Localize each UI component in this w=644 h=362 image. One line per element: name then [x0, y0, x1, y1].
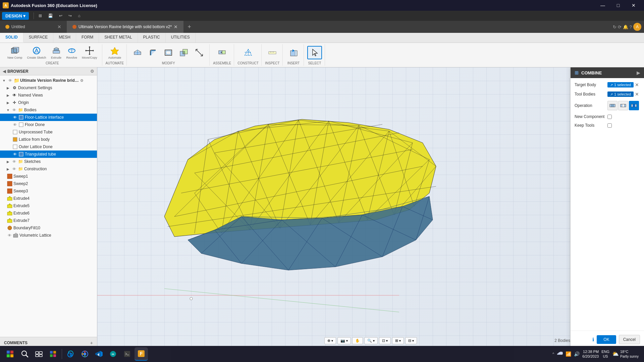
browser-item-extrude7[interactable]: Extrude7: [0, 217, 97, 224]
ribbon-tab-surface[interactable]: SURFACE: [23, 33, 54, 43]
minimize-button[interactable]: ―: [595, 0, 610, 11]
new-component-checkbox[interactable]: [607, 115, 612, 119]
design-button[interactable]: DESIGN ▾: [2, 12, 29, 20]
browser-settings-icon[interactable]: ⚙: [90, 69, 94, 74]
save-button[interactable]: 💾: [45, 12, 56, 19]
taskbar-terminal-button[interactable]: [120, 347, 134, 361]
tab-close-1[interactable]: ✕: [57, 24, 61, 29]
tab-untitled[interactable]: Untitled ✕: [0, 21, 67, 33]
taskbar-start-button[interactable]: [3, 347, 17, 361]
taskbar-fusion360-button[interactable]: F: [135, 347, 148, 361]
vlattice-visibility[interactable]: 👁: [7, 233, 12, 238]
ribbon-tab-plastic[interactable]: PLASTIC: [138, 33, 166, 43]
root-expand-icon[interactable]: ▼: [1, 78, 7, 83]
browser-item-doc-settings[interactable]: ▶ ⚙ Document Settings: [0, 84, 97, 92]
redo-button[interactable]: ↪: [66, 12, 74, 19]
browser-item-extrude5[interactable]: Extrude5: [0, 202, 97, 209]
modify-scale-button[interactable]: [192, 47, 207, 59]
modify-combine-button[interactable]: [176, 47, 191, 59]
browser-item-named-views[interactable]: ▶ 👁 Named Views: [0, 92, 97, 99]
viewport-orbit-mode[interactable]: ✋: [352, 337, 363, 344]
help-button[interactable]: ?: [630, 24, 632, 29]
comments-add-icon[interactable]: +: [90, 340, 93, 346]
taskbar-taskview-button[interactable]: [32, 347, 46, 361]
new-tab-button[interactable]: +: [183, 21, 195, 33]
floor-done-visibility[interactable]: 👁: [12, 122, 17, 127]
browser-item-extrude6[interactable]: Extrude6: [0, 209, 97, 217]
operation-intersect-button[interactable]: [629, 101, 639, 110]
modify-fillet-button[interactable]: [146, 47, 160, 59]
keep-tools-checkbox[interactable]: [607, 123, 612, 128]
sketches-visibility[interactable]: 👁: [11, 159, 17, 164]
sync-button[interactable]: ⟳: [618, 24, 622, 29]
browser-item-boundary-fill10[interactable]: BoundaryFill10: [0, 224, 97, 232]
select-button[interactable]: [307, 46, 322, 59]
ribbon-tab-sheet-metal[interactable]: SHEET METAL: [99, 33, 138, 43]
assemble-button[interactable]: [215, 47, 229, 59]
construction-expand[interactable]: ▶: [5, 166, 11, 172]
tray-volume-icon[interactable]: 🔊: [574, 351, 580, 357]
browser-item-sweep1[interactable]: Sweep1: [0, 173, 97, 180]
browser-item-unprocessed-tube[interactable]: Unprocessed Tube: [0, 128, 97, 136]
home-button[interactable]: ⌂: [75, 12, 83, 19]
bodies-visibility[interactable]: 👁: [11, 107, 17, 113]
create-revolve-button[interactable]: Revolve: [64, 45, 79, 61]
bodies-expand[interactable]: ▼: [5, 107, 11, 113]
browser-item-triangulated-tube[interactable]: 👁 Triangulated tube: [0, 150, 97, 158]
tool-bodies-clear-button[interactable]: ✕: [635, 92, 639, 97]
notification-button[interactable]: 🔔: [623, 24, 628, 29]
tray-onedrive-icon[interactable]: [557, 351, 563, 357]
root-visibility-icon[interactable]: 👁: [7, 78, 13, 83]
browser-item-sketches[interactable]: ▶ 👁 📁 Sketches: [0, 158, 97, 165]
combine-ok-button[interactable]: OK: [597, 335, 616, 344]
tray-network-icon[interactable]: 📶: [566, 351, 571, 357]
clock-display[interactable]: 12:38 PM 6/20/2023: [582, 349, 599, 359]
inspect-button[interactable]: [265, 47, 280, 59]
create-box-button[interactable]: New Comp: [5, 45, 24, 61]
browser-item-volumetric-lattice[interactable]: 👁 Volumetric Lattice: [0, 232, 97, 239]
user-avatar[interactable]: A: [633, 23, 641, 31]
browser-item-bodies[interactable]: ▼ 👁 📁 Bodies: [0, 106, 97, 114]
operation-cut-button[interactable]: [618, 101, 628, 110]
ribbon-tab-mesh[interactable]: MESH: [53, 33, 76, 43]
viewport[interactable]: LEFT ⊕▾ 📷▾ ✋ 🔍▾ ⊡▾: [97, 67, 644, 348]
taskbar-widgets-button[interactable]: [46, 347, 60, 361]
doc-settings-expand[interactable]: ▶: [5, 85, 11, 90]
ribbon-tab-utilities[interactable]: UTILITIES: [166, 33, 196, 43]
tab-close-2[interactable]: ✕: [174, 24, 178, 29]
tri-tube-visibility[interactable]: 👁: [12, 152, 17, 157]
viewport-display-mode[interactable]: ⊕▾: [324, 337, 336, 344]
browser-item-origin[interactable]: ▶ ✛ Origin: [0, 99, 97, 106]
taskbar-chrome-button[interactable]: [78, 347, 92, 361]
viewport-zoom-mode[interactable]: 🔍▾: [364, 337, 378, 344]
browser-item-extrude4[interactable]: Extrude4: [0, 195, 97, 202]
modify-press-pull-button[interactable]: [130, 47, 145, 59]
construct-button[interactable]: [241, 47, 256, 59]
floor-lattice-visibility[interactable]: 👁: [12, 115, 17, 120]
taskbar-search-button[interactable]: [18, 347, 32, 361]
create-sketch-button[interactable]: Create Sketch: [25, 45, 48, 61]
browser-item-outer-lattice-done[interactable]: Outer Lattice Done: [0, 143, 97, 150]
close-button[interactable]: ✕: [626, 0, 641, 11]
combine-panel-collapse-icon[interactable]: ▶: [637, 70, 640, 75]
create-move-button[interactable]: Move/Copy: [80, 45, 99, 61]
taskbar-vscode-button[interactable]: [92, 347, 106, 361]
viewport-camera-mode[interactable]: 📷▾: [337, 337, 351, 344]
browser-collapse-icon[interactable]: ◀: [3, 69, 6, 74]
root-options-icon[interactable]: ⚙: [80, 78, 84, 83]
named-views-expand[interactable]: ▶: [5, 93, 11, 98]
modify-shell-button[interactable]: [161, 47, 176, 59]
undo-button[interactable]: ↩: [56, 12, 65, 19]
weather-widget[interactable]: ⛅ 18°C Partly sunny: [612, 349, 639, 358]
target-body-clear-button[interactable]: ✕: [635, 82, 639, 87]
viewport-grid-toggle[interactable]: ⊞▾: [392, 337, 404, 344]
tray-expand-icon[interactable]: ^: [552, 352, 554, 356]
browser-item-construction[interactable]: ▶ 👁 📁 Construction: [0, 165, 97, 173]
automate-button[interactable]: Automate: [106, 45, 123, 61]
sketches-expand[interactable]: ▶: [5, 159, 11, 164]
construction-visibility[interactable]: 👁: [11, 166, 17, 172]
ribbon-tab-solid[interactable]: SOLID: [0, 33, 23, 43]
tab-ravine[interactable]: Ultimate Version Ravine bridge with soli…: [67, 21, 183, 33]
taskbar-arduino-button[interactable]: ∞: [106, 347, 120, 361]
lang-display[interactable]: ENG US: [601, 349, 609, 359]
